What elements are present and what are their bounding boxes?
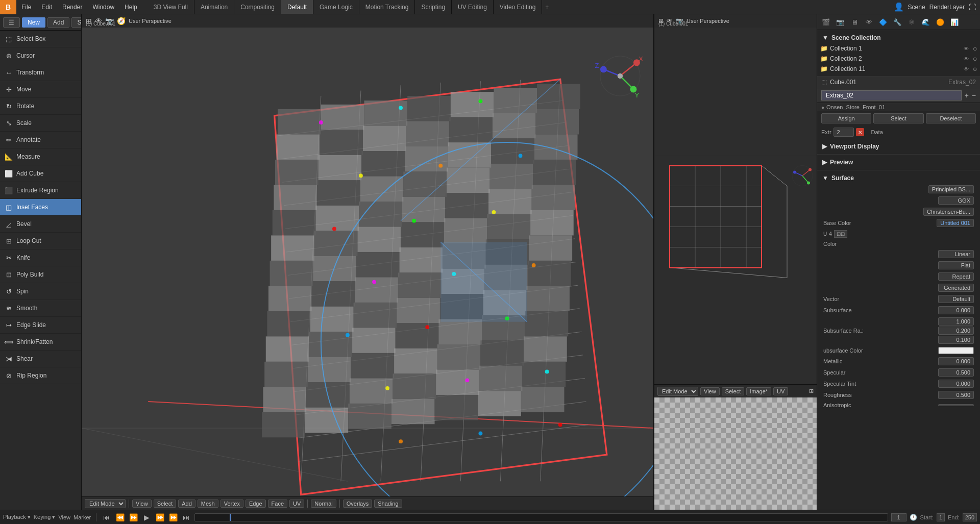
keying-btn[interactable]: Keying ▾ xyxy=(34,514,56,520)
christensen-value[interactable]: Christensen-Bu... xyxy=(923,208,974,216)
viewport-display-header[interactable]: ▶ Viewport Display xyxy=(817,141,980,152)
tool-smooth[interactable]: ≋ Smooth xyxy=(0,300,81,317)
prop-icon-object[interactable]: 🔷 xyxy=(877,16,889,28)
menu-window[interactable]: Window xyxy=(87,0,119,14)
sec-vp-uv-btn[interactable]: UV xyxy=(773,387,788,395)
next-keyframe-btn[interactable]: ⏩ xyxy=(155,512,165,522)
tool-bevel[interactable]: ◿ Bevel xyxy=(0,216,81,233)
anisotropic-value[interactable] xyxy=(938,404,974,406)
preview-header[interactable]: ▶ Preview xyxy=(817,157,980,168)
vp-face-btn[interactable]: Face xyxy=(268,500,287,508)
new-button[interactable]: New xyxy=(22,17,45,28)
tool-inset-faces[interactable]: ◫ Inset Faces xyxy=(0,199,81,216)
sec-vp-image-btn[interactable]: Image* xyxy=(746,387,771,395)
tex-icon-dots[interactable]: ⊡⊡ xyxy=(834,230,847,238)
tab-uv-editing[interactable]: UV Editing xyxy=(452,0,494,14)
subsurface-ra-val1[interactable]: 1.000 xyxy=(938,317,974,326)
secondary-3d-view[interactable]: ⊞ 👁 📷 User Perspective (1) Cube.001 xyxy=(654,14,817,397)
repeat-value[interactable]: Repeat xyxy=(938,272,974,281)
prop-icon-material[interactable]: 🟠 xyxy=(935,16,946,28)
surface-header[interactable]: ▼ Surface xyxy=(817,172,980,184)
prop-icon-data[interactable]: 📊 xyxy=(949,16,960,28)
vp-select-btn[interactable]: Select xyxy=(154,500,177,508)
menu-help[interactable]: Help xyxy=(119,0,142,14)
play-end-btn[interactable]: ⏭ xyxy=(181,512,191,522)
tab-game-logic[interactable]: Game Logic xyxy=(313,0,359,14)
ubsurface-color-value[interactable] xyxy=(938,347,974,354)
collection3-eye[interactable]: 👁 xyxy=(964,66,969,72)
tool-measure[interactable]: 📐 Measure xyxy=(0,148,81,165)
tool-shear[interactable]: ⧕ Shear xyxy=(0,351,81,367)
menu-render[interactable]: Render xyxy=(57,0,87,14)
vector-value[interactable]: Default xyxy=(938,295,974,303)
tool-scale[interactable]: ⤡ Scale xyxy=(0,115,81,132)
assign-button[interactable]: Assign xyxy=(821,113,871,123)
timeline-marker-btn[interactable]: Marker xyxy=(74,514,91,520)
start-value[interactable]: 1 xyxy=(937,513,945,521)
render-layer[interactable]: RenderLayer xyxy=(929,4,965,11)
prev-keyframe-btn[interactable]: ⏩ xyxy=(128,512,138,522)
linear-value[interactable]: Linear xyxy=(938,250,974,258)
subtract-button[interactable]: Subtract xyxy=(71,17,82,28)
subsurface-ra-val2[interactable]: 0.200 xyxy=(938,327,974,335)
vp-view-btn[interactable]: View xyxy=(132,500,152,508)
generated-value[interactable]: Generated xyxy=(938,284,974,292)
prev-frame-btn[interactable]: ⏪ xyxy=(115,512,125,522)
specular-tint-value[interactable]: 0.000 xyxy=(938,380,974,388)
prop-icon-particle[interactable]: ⚛ xyxy=(906,16,917,28)
vp-vertex-btn[interactable]: Vertex xyxy=(220,500,243,508)
prop-icon-render[interactable]: 📷 xyxy=(835,16,846,28)
timeline-track[interactable] xyxy=(194,513,888,521)
tool-poly-build[interactable]: ⊡ Poly Build xyxy=(0,266,81,283)
sec-edit-mode-select[interactable]: Edit Mode xyxy=(657,387,698,396)
deselect-button[interactable]: Deselect xyxy=(926,113,976,123)
menu-edit[interactable]: Edit xyxy=(36,0,57,14)
collection-item-3[interactable]: 📁 Collection 11 👁 ⊙ xyxy=(817,64,980,74)
select-button[interactable]: Select xyxy=(873,113,923,123)
tool-spin[interactable]: ↺ Spin xyxy=(0,283,81,300)
tool-rip-region[interactable]: ⊘ Rip Region xyxy=(0,367,81,384)
mode-select-btn[interactable]: ☰ xyxy=(3,17,20,28)
vp-mesh-btn[interactable]: Mesh xyxy=(198,500,218,508)
prop-icon-physics[interactable]: 🌊 xyxy=(920,16,932,28)
collection3-vis[interactable]: ⊙ xyxy=(973,66,977,72)
prop-icon-modifier[interactable]: 🔧 xyxy=(892,16,903,28)
tool-add-cube[interactable]: ⬜ Add Cube xyxy=(0,165,81,182)
add-button[interactable]: Add xyxy=(47,17,69,28)
vp-add-btn[interactable]: Add xyxy=(178,500,195,508)
extr-input[interactable] xyxy=(834,128,854,137)
shader-value[interactable]: Principled BS... xyxy=(928,185,974,193)
extr-x-button[interactable]: ✕ xyxy=(856,128,864,136)
playback-btn[interactable]: Playback ▾ xyxy=(3,514,31,520)
ggx-value[interactable]: GGX xyxy=(938,196,974,205)
next-frame-btn[interactable]: ⏩ xyxy=(168,512,178,522)
tab-video-editing[interactable]: Video Editing xyxy=(494,0,543,14)
tool-shrink-flatten[interactable]: ⟺ Shrink/Fatten xyxy=(0,334,81,351)
sec-vp-select-btn[interactable]: Select xyxy=(722,387,745,395)
viewport-icon-nav[interactable]: 🧭 xyxy=(117,17,126,25)
scene-collections-header[interactable]: ▼ Scene Collection xyxy=(817,32,980,43)
vp-normal-btn[interactable]: Normal xyxy=(311,500,336,508)
prop-icon-scene[interactable]: 🎬 xyxy=(820,16,831,28)
prop-icon-view[interactable]: 👁 xyxy=(863,16,874,28)
mat-add-icon[interactable]: + xyxy=(965,91,969,99)
fullscreen-icon[interactable]: ⛶ xyxy=(969,3,976,11)
vp-uv-btn[interactable]: UV xyxy=(289,500,304,508)
tab-animation[interactable]: Animation xyxy=(194,0,234,14)
tab-default[interactable]: Default xyxy=(281,0,313,14)
roughness-value[interactable]: 0.500 xyxy=(938,391,974,399)
collection-item-1[interactable]: 📁 Collection 1 👁 ⊙ xyxy=(817,43,980,54)
vp-edge-btn[interactable]: Edge xyxy=(246,500,266,508)
end-value[interactable]: 250 xyxy=(963,513,977,521)
base-color-value[interactable]: Untitled 001 xyxy=(937,219,974,227)
subsurface-value[interactable]: 0.000 xyxy=(938,306,974,314)
tool-annotate[interactable]: ✏ Annotate xyxy=(0,132,81,148)
vp-overlays-btn[interactable]: Overlays xyxy=(343,500,372,508)
specular-value[interactable]: 0.500 xyxy=(938,368,974,377)
timeline-view-btn[interactable]: View xyxy=(58,514,70,520)
flat-value[interactable]: Flat xyxy=(938,261,974,269)
tool-edge-slide[interactable]: ↦ Edge Slide xyxy=(0,317,81,334)
tool-loop-cut[interactable]: ⊞ Loop Cut xyxy=(0,233,81,249)
play-start-btn[interactable]: ⏮ xyxy=(102,512,112,522)
tool-cursor[interactable]: ⊕ Cursor xyxy=(0,47,81,64)
